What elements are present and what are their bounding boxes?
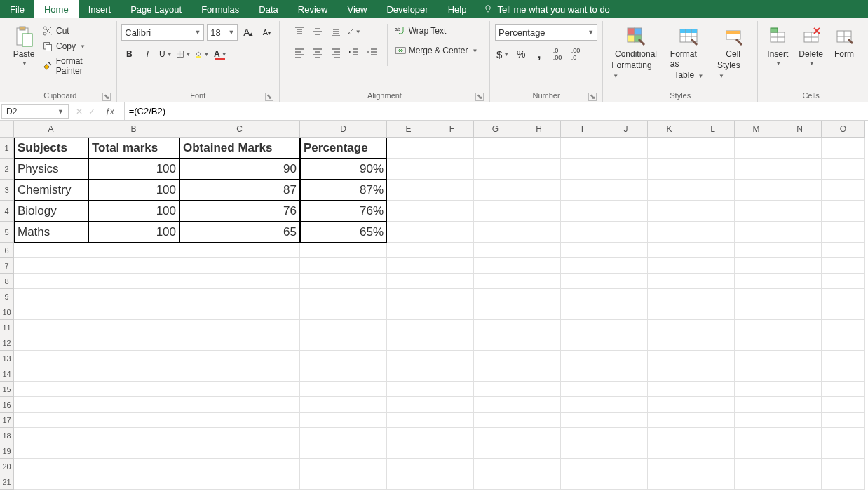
cell-E10[interactable] [387,304,430,320]
cell-O20[interactable] [822,459,865,474]
cell-O15[interactable] [822,382,865,397]
cell-F20[interactable] [430,459,474,474]
cell-F13[interactable] [430,351,474,366]
cell-E18[interactable] [387,428,430,443]
cell-I6[interactable] [561,243,604,258]
cell-E16[interactable] [387,397,430,413]
cell-I8[interactable] [561,274,604,289]
cell-J19[interactable] [604,443,648,459]
cell-F12[interactable] [430,335,474,351]
cell-C6[interactable] [179,243,300,258]
cell-J13[interactable] [604,351,648,366]
align-center-button[interactable] [310,45,325,60]
cell-M11[interactable] [735,320,778,335]
cell-K2[interactable] [648,159,691,180]
cell-H3[interactable] [517,180,561,201]
fx-icon[interactable]: ƒx [101,107,118,116]
decrease-indent-button[interactable] [346,45,362,60]
align-middle-button[interactable] [310,24,325,39]
dialog-launcher-icon[interactable]: ⬊ [475,93,484,101]
cell-N16[interactable] [778,397,822,413]
cell-K15[interactable] [648,382,691,397]
cell-F8[interactable] [430,274,474,289]
col-header-F[interactable]: F [430,121,474,138]
cell-H12[interactable] [517,335,561,351]
cell-N9[interactable] [778,289,822,304]
cell-M7[interactable] [735,258,778,274]
cell-B3[interactable]: 100 [88,180,179,201]
cell-I20[interactable] [561,459,604,474]
cell-O12[interactable] [822,335,865,351]
cell-L9[interactable] [691,289,735,304]
cell-C20[interactable] [179,459,300,474]
cell-A3[interactable]: Chemistry [14,180,88,201]
cell-O9[interactable] [822,289,865,304]
cell-N5[interactable] [778,222,822,243]
cell-G20[interactable] [474,459,517,474]
cell-K21[interactable] [648,474,691,490]
cell-N12[interactable] [778,335,822,351]
cell-D4[interactable]: 76% [300,201,387,222]
cell-B8[interactable] [88,274,179,289]
cell-L1[interactable] [691,138,735,159]
shrink-font-button[interactable]: A▾ [259,25,274,40]
cell-L16[interactable] [691,397,735,413]
cell-D9[interactable] [300,289,387,304]
cell-I5[interactable] [561,222,604,243]
cell-L3[interactable] [691,180,735,201]
percent-format-button[interactable]: % [513,46,529,62]
cell-D7[interactable] [300,258,387,274]
col-header-K[interactable]: K [648,121,691,138]
row-header[interactable]: 13 [0,351,14,366]
cell-K6[interactable] [648,243,691,258]
cell-F10[interactable] [430,304,474,320]
cell-K3[interactable] [648,180,691,201]
cell-H21[interactable] [517,474,561,490]
cell-J2[interactable] [604,159,648,180]
cell-E15[interactable] [387,382,430,397]
row-header[interactable]: 17 [0,413,14,428]
format-cells-button[interactable]: Form [830,24,858,60]
col-header-E[interactable]: E [387,121,430,138]
cell-D16[interactable] [300,397,387,413]
row-header[interactable]: 19 [0,443,14,459]
cell-J15[interactable] [604,382,648,397]
cell-A15[interactable] [14,382,88,397]
cell-M8[interactable] [735,274,778,289]
cancel-formula-icon[interactable]: ✕ [76,107,83,116]
tab-formulas[interactable]: Formulas [191,0,249,18]
cell-styles-button[interactable]: Cell Styles ▼ [714,24,752,81]
row-header[interactable]: 5 [0,222,14,243]
align-left-button[interactable] [292,45,307,60]
cell-C9[interactable] [179,289,300,304]
row-header[interactable]: 15 [0,382,14,397]
cell-G13[interactable] [474,351,517,366]
cell-O16[interactable] [822,397,865,413]
align-bottom-button[interactable] [328,24,344,39]
cell-F6[interactable] [430,243,474,258]
cell-J10[interactable] [604,304,648,320]
cell-C12[interactable] [179,335,300,351]
cell-O19[interactable] [822,443,865,459]
cell-I7[interactable] [561,258,604,274]
cell-B12[interactable] [88,335,179,351]
cell-D18[interactable] [300,428,387,443]
cell-A12[interactable] [14,335,88,351]
cell-L2[interactable] [691,159,735,180]
cell-H5[interactable] [517,222,561,243]
cell-E1[interactable] [387,138,430,159]
cell-F18[interactable] [430,428,474,443]
cell-E2[interactable] [387,159,430,180]
col-header-O[interactable]: O [822,121,865,138]
row-header[interactable]: 3 [0,180,14,201]
font-color-button[interactable]: A▼ [212,46,228,62]
cell-O7[interactable] [822,258,865,274]
format-as-table-button[interactable]: Format as Table ▼ [667,24,710,81]
cell-A8[interactable] [14,274,88,289]
cell-N11[interactable] [778,320,822,335]
cell-J14[interactable] [604,366,648,382]
cell-B2[interactable]: 100 [88,159,179,180]
cell-N13[interactable] [778,351,822,366]
cell-K1[interactable] [648,138,691,159]
cell-I17[interactable] [561,413,604,428]
